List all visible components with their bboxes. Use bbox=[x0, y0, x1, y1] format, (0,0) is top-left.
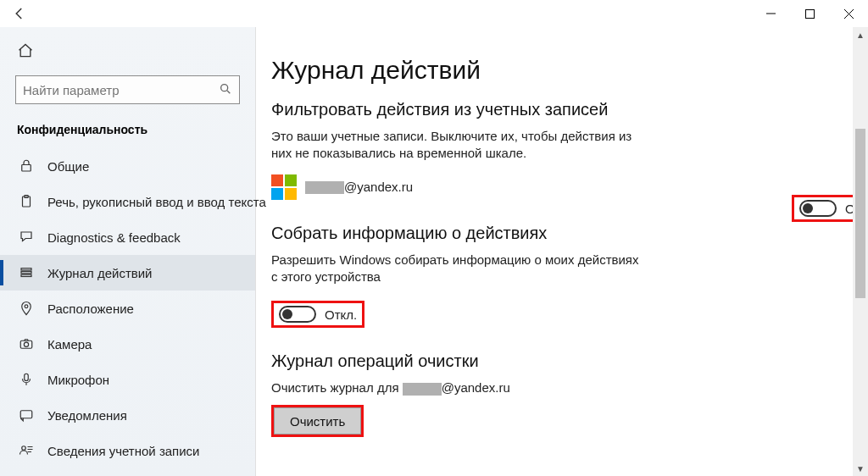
svg-point-12 bbox=[25, 305, 28, 308]
activity-icon bbox=[19, 265, 34, 280]
redacted-text bbox=[305, 181, 344, 194]
highlight-clear-button: Очистить bbox=[271, 405, 364, 437]
sidebar-item-camera[interactable]: Камера bbox=[0, 326, 255, 362]
vertical-scrollbar[interactable]: ▲ ▼ bbox=[853, 27, 868, 476]
content-pane: Журнал действий Фильтровать действия из … bbox=[256, 27, 868, 476]
filter-section: Фильтровать действия из учетных записей … bbox=[271, 100, 848, 200]
microsoft-logo-icon bbox=[271, 174, 297, 200]
scroll-up-arrow[interactable]: ▲ bbox=[853, 27, 868, 42]
back-button[interactable] bbox=[0, 0, 39, 27]
collect-desc: Разрешить Windows собирать информацию о … bbox=[271, 252, 644, 286]
svg-rect-6 bbox=[22, 165, 31, 172]
camera-icon bbox=[19, 336, 34, 351]
sidebar-item-label: Общие bbox=[47, 159, 89, 174]
svg-line-5 bbox=[227, 91, 230, 93]
minimize-button[interactable] bbox=[751, 0, 790, 27]
sidebar-item-label: Уведомления bbox=[47, 408, 127, 423]
svg-rect-15 bbox=[25, 374, 29, 380]
account-toggle[interactable] bbox=[799, 200, 837, 217]
sidebar-item-activity-history[interactable]: Журнал действий bbox=[0, 255, 255, 291]
highlight-collect-toggle: Откл. bbox=[271, 301, 364, 328]
collect-heading: Собрать информацию о действиях bbox=[271, 224, 848, 243]
account-row: @yandex.ru bbox=[271, 174, 848, 200]
clear-button[interactable]: Очистить bbox=[274, 407, 361, 434]
svg-point-4 bbox=[221, 84, 228, 91]
svg-point-17 bbox=[22, 446, 26, 451]
sidebar-item-label: Микрофон bbox=[47, 373, 109, 387]
svg-rect-16 bbox=[20, 411, 32, 418]
scrollbar-thumb[interactable] bbox=[855, 129, 865, 298]
svg-rect-11 bbox=[21, 274, 31, 276]
search-input-wrap[interactable] bbox=[15, 75, 240, 104]
sidebar-item-microphone[interactable]: Микрофон bbox=[0, 362, 255, 397]
titlebar bbox=[0, 0, 868, 27]
close-button[interactable] bbox=[829, 0, 868, 27]
sidebar-section-title: Конфиденциальность bbox=[0, 118, 255, 148]
sidebar-item-label: Журнал действий bbox=[47, 266, 152, 280]
sidebar-item-label: Камера bbox=[47, 337, 92, 351]
sidebar-item-label: Сведения учетной записи bbox=[47, 444, 200, 458]
location-icon bbox=[19, 301, 34, 316]
sidebar-item-speech[interactable]: Речь, рукописный ввод и ввод текста bbox=[0, 184, 255, 219]
clear-heading: Журнал операций очистки bbox=[271, 351, 848, 371]
sidebar-item-label: Diagnostics & feedback bbox=[47, 230, 181, 245]
svg-rect-10 bbox=[21, 272, 31, 274]
collect-section: Собрать информацию о действиях Разрешить… bbox=[271, 224, 848, 329]
maximize-button[interactable] bbox=[790, 0, 829, 27]
clipboard-icon bbox=[19, 194, 34, 209]
collect-toggle[interactable] bbox=[279, 306, 316, 323]
redacted-text bbox=[403, 383, 442, 396]
lock-icon bbox=[19, 158, 34, 174]
sidebar-item-notifications[interactable]: Уведомления bbox=[0, 397, 255, 433]
sidebar-item-label: Речь, рукописный ввод и ввод текста bbox=[47, 195, 266, 209]
scroll-down-arrow[interactable]: ▼ bbox=[853, 461, 868, 476]
home-icon[interactable] bbox=[17, 46, 34, 63]
feedback-icon bbox=[19, 230, 34, 245]
search-icon bbox=[219, 82, 232, 98]
filter-heading: Фильтровать действия из учетных записей bbox=[271, 100, 848, 119]
svg-point-14 bbox=[24, 342, 28, 346]
sidebar-item-account-info[interactable]: Сведения учетной записи bbox=[0, 433, 255, 468]
sidebar-item-diagnostics[interactable]: Diagnostics & feedback bbox=[0, 219, 255, 255]
svg-rect-9 bbox=[21, 268, 31, 270]
account-icon bbox=[19, 443, 34, 458]
svg-rect-1 bbox=[805, 9, 814, 18]
clear-section: Журнал операций очистки Очистить журнал … bbox=[271, 351, 848, 437]
mic-icon bbox=[19, 372, 34, 387]
account-email: @yandex.ru bbox=[305, 180, 413, 195]
search-input[interactable] bbox=[23, 83, 219, 97]
notify-icon bbox=[19, 407, 34, 423]
sidebar-item-label: Расположение bbox=[47, 302, 134, 316]
sidebar-item-general[interactable]: Общие bbox=[0, 148, 255, 184]
sidebar-item-location[interactable]: Расположение bbox=[0, 291, 255, 326]
collect-toggle-label: Откл. bbox=[325, 307, 357, 322]
sidebar: Конфиденциальность Общие Речь, рукописны… bbox=[0, 27, 256, 476]
filter-desc: Это ваши учетные записи. Выключите их, ч… bbox=[271, 128, 644, 163]
page-title: Журнал действий bbox=[271, 56, 848, 85]
clear-desc: Очистить журнал для @yandex.ru bbox=[271, 379, 644, 396]
